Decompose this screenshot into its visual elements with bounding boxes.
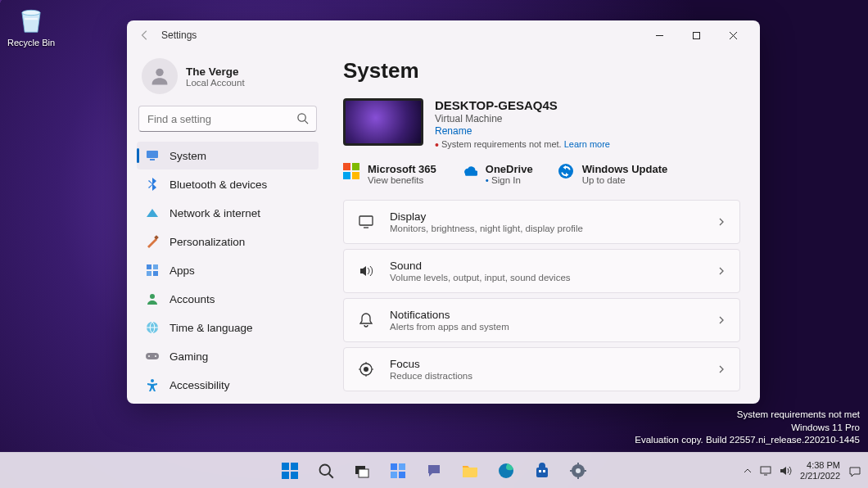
svg-rect-5	[147, 151, 158, 158]
page-title: System	[343, 58, 740, 84]
tile-title: Focus	[390, 358, 702, 370]
service-onedrive[interactable]: OneDrive • Sign In	[461, 163, 533, 185]
svg-rect-43	[577, 463, 579, 466]
services-row: Microsoft 365 View benefits OneDrive • S…	[343, 163, 740, 185]
service-title: OneDrive	[486, 163, 533, 175]
device-thumbnail	[343, 98, 423, 146]
tile-title: Sound	[390, 260, 702, 272]
svg-point-17	[151, 379, 154, 382]
svg-rect-28	[282, 472, 289, 479]
sidebar-item-accounts[interactable]: Accounts	[137, 285, 319, 313]
notifications-icon[interactable]	[848, 464, 861, 477]
nav-label: Accessibility	[170, 379, 230, 391]
task-view[interactable]	[346, 455, 377, 486]
file-explorer[interactable]	[454, 455, 486, 486]
task-view-icon	[354, 463, 370, 479]
profile-name: The Verge	[186, 66, 245, 78]
sidebar-item-accessibility[interactable]: Accessibility	[137, 371, 319, 399]
tile-icon	[357, 262, 375, 280]
volume-icon[interactable]	[779, 465, 792, 477]
service-sub: Up to date	[582, 175, 668, 185]
nav-icon	[145, 291, 160, 306]
maximize-button[interactable]	[678, 24, 715, 47]
search-input[interactable]	[138, 106, 317, 132]
nav-icon	[145, 177, 160, 192]
settings-window: Settings The Verge Local Account	[127, 20, 760, 404]
rename-link[interactable]: Rename	[435, 125, 610, 137]
start-button[interactable]	[274, 455, 305, 486]
desktop-watermark: System requirements not met Windows 11 P…	[635, 409, 860, 447]
svg-point-0	[22, 10, 40, 15]
widgets[interactable]	[382, 455, 414, 486]
tray-overflow-icon[interactable]	[743, 466, 753, 476]
maximize-icon	[692, 31, 701, 40]
svg-rect-9	[153, 264, 158, 269]
warning-dot-icon: •	[435, 138, 439, 151]
svg-point-30	[320, 464, 331, 475]
sidebar-item-time-language[interactable]: Time & language	[137, 314, 319, 341]
taskbar-search[interactable]	[310, 455, 341, 486]
edge[interactable]	[491, 455, 522, 486]
tile-sub: Volume levels, output, input, sound devi…	[390, 273, 702, 282]
svg-rect-20	[343, 172, 350, 179]
service-windows-update[interactable]: Windows Update Up to date	[558, 163, 668, 185]
close-button[interactable]	[715, 24, 752, 47]
tile-display[interactable]: DisplayMonitors, brightness, night light…	[343, 200, 740, 244]
service-sub: • Sign In	[486, 175, 533, 185]
nav-label: Bluetooth & devices	[170, 178, 267, 191]
svg-point-12	[150, 294, 155, 299]
search-icon	[318, 463, 334, 479]
back-icon	[139, 29, 151, 41]
svg-rect-10	[147, 271, 151, 276]
chevron-right-icon	[717, 315, 726, 325]
nav-label: Personalization	[170, 236, 245, 248]
onedrive-icon	[461, 163, 477, 179]
sidebar-item-gaming[interactable]: Gaming	[137, 342, 319, 370]
sidebar: The Verge Local Account SystemBluetooth …	[127, 50, 328, 404]
minimize-button[interactable]	[641, 24, 678, 47]
tile-sub: Monitors, brightness, night light, displ…	[390, 224, 702, 233]
nav-icon	[145, 377, 160, 392]
nav-icon	[145, 234, 160, 249]
nav-label: Accounts	[170, 293, 215, 305]
svg-rect-1	[25, 18, 38, 20]
service-m365[interactable]: Microsoft 365 View benefits	[343, 163, 436, 185]
network-icon[interactable]	[759, 465, 772, 477]
svg-rect-21	[352, 172, 359, 179]
sidebar-item-apps[interactable]: Apps	[137, 256, 319, 284]
titlebar: Settings	[127, 20, 760, 50]
close-icon	[729, 31, 738, 40]
recycle-bin[interactable]: Recycle Bin	[7, 5, 56, 47]
svg-rect-47	[761, 467, 771, 473]
nav-label: Apps	[170, 264, 195, 277]
sidebar-item-network-internet[interactable]: Network & internet	[137, 199, 319, 227]
tile-notifications[interactable]: NotificationsAlerts from apps and system	[343, 298, 740, 342]
svg-rect-14	[146, 353, 159, 359]
chat[interactable]	[418, 455, 450, 486]
svg-rect-34	[399, 463, 405, 470]
sidebar-item-bluetooth-devices[interactable]: Bluetooth & devices	[137, 170, 319, 198]
tile-focus[interactable]: FocusReduce distractions	[343, 347, 740, 391]
nav-label: Time & language	[170, 322, 253, 334]
tile-sound[interactable]: SoundVolume levels, output, input, sound…	[343, 249, 740, 293]
taskbar-clock[interactable]: 4:38 PM 2/21/2022	[800, 460, 840, 481]
minimize-icon	[655, 31, 664, 40]
sync-icon	[558, 163, 574, 179]
svg-rect-29	[291, 472, 298, 479]
chevron-right-icon	[717, 217, 726, 227]
chat-icon	[426, 463, 442, 479]
learn-more-link[interactable]: Learn more	[564, 139, 610, 149]
svg-rect-7	[154, 235, 159, 240]
taskbar-settings[interactable]	[563, 455, 594, 486]
service-title: Windows Update	[582, 163, 668, 175]
nav-icon	[145, 206, 160, 220]
chevron-right-icon	[717, 364, 726, 374]
back-button[interactable]	[135, 25, 155, 45]
nav-icon	[145, 349, 160, 364]
nav-label: Network & internet	[170, 207, 260, 219]
sidebar-item-system[interactable]: System	[137, 142, 319, 169]
svg-rect-2	[694, 32, 700, 38]
profile-block[interactable]: The Verge Local Account	[137, 55, 319, 106]
store[interactable]	[527, 455, 558, 486]
sidebar-item-personalization[interactable]: Personalization	[137, 228, 319, 255]
